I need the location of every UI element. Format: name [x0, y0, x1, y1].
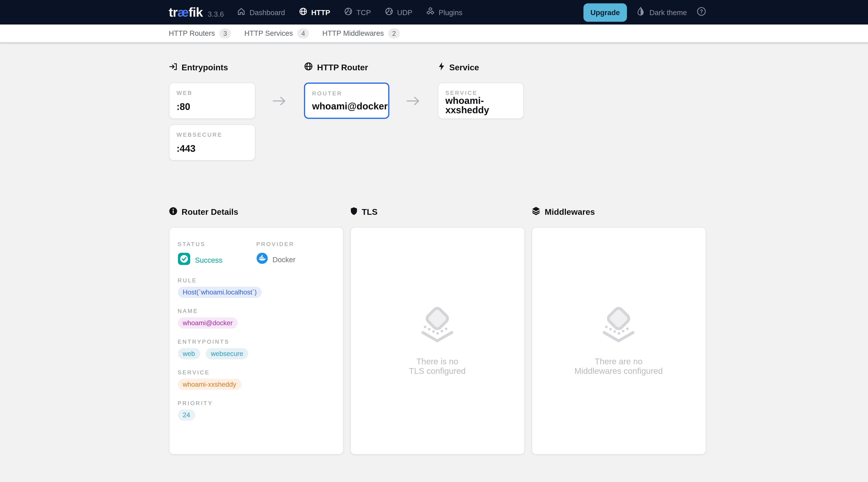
field-name: NAME whoami@docker: [178, 308, 334, 329]
nav-item-udp[interactable]: UDP: [385, 7, 412, 18]
navbar: træfik 3.3.6 Dashboard HTTP: [0, 0, 868, 25]
entrypoint-card-web: WEB :80: [169, 83, 255, 119]
tab-label: HTTP Routers: [169, 29, 215, 38]
field-rule: RULE Host(`whoami.localhost`): [178, 277, 334, 298]
flow-arrow-2: [389, 83, 438, 161]
empty-layers-icon: [597, 306, 640, 345]
traefik-dashboard: træfik 3.3.6 Dashboard HTTP: [0, 0, 868, 482]
card-value: :80: [177, 102, 247, 112]
globe-icon: [304, 62, 312, 72]
card-label: ROUTER: [312, 90, 381, 96]
theme-toggle[interactable]: Dark theme: [637, 7, 687, 18]
field-service: SERVICE whoami-xxsheddy: [178, 369, 334, 390]
entrypoint-cards: WEB :80 WEBSECURE :443: [169, 83, 255, 161]
middlewares-empty-text: There are no Middlewares configured: [575, 357, 663, 375]
priority-pill: 24: [178, 410, 195, 421]
version-label: 3.3.6: [208, 10, 224, 18]
tls-heading: TLS: [350, 206, 525, 217]
nav-item-label: TCP: [356, 8, 371, 17]
entrypoint-pill-websecure: websecure: [206, 348, 248, 359]
upgrade-button[interactable]: Upgrade: [583, 3, 627, 22]
tls-card: There is no TLS configured: [350, 227, 525, 455]
arrow-right-icon: [272, 96, 287, 106]
nav-item-dashboard[interactable]: Dashboard: [237, 7, 285, 18]
card-value: :443: [177, 144, 247, 153]
shield-icon: [350, 207, 357, 217]
tab-count-badge: 3: [219, 28, 231, 38]
entrypoint-card-websecure: WEBSECURE :443: [169, 124, 255, 160]
nav-item-tcp[interactable]: TCP: [344, 7, 371, 18]
login-arrow-icon: [169, 62, 177, 72]
nav-item-label: Plugins: [439, 8, 462, 17]
middlewares-heading: Middlewares: [531, 206, 706, 217]
provider-value: Docker: [273, 255, 296, 264]
navbar-right: Upgrade Dark theme ?: [583, 3, 706, 22]
flow-arrow-1: [255, 83, 304, 161]
success-check-icon: [178, 253, 190, 267]
service-card[interactable]: SERVICE whoami-xxsheddy: [438, 83, 524, 119]
tab-count-badge: 2: [389, 28, 400, 38]
http-router-heading: HTTP Router: [304, 62, 389, 72]
entrypoint-pill-web: web: [178, 348, 200, 359]
service-heading: Service: [438, 62, 524, 72]
tls-empty-text: There is no TLS configured: [409, 357, 466, 375]
tab-http-middlewares[interactable]: HTTP Middlewares 2: [322, 28, 400, 38]
router-details-card: STATUS Success PROVIDER: [169, 227, 343, 455]
question-mark-icon: ?: [696, 6, 706, 18]
router-card[interactable]: ROUTER whoami@docker: [304, 83, 389, 119]
field-priority: PRIORITY 24: [178, 400, 334, 421]
arrow-right-icon: [406, 96, 421, 106]
empty-layers-icon: [416, 306, 459, 345]
planet-icon: [385, 7, 393, 18]
field-status: STATUS Success: [178, 238, 256, 267]
home-icon: [237, 7, 246, 18]
svg-text:?: ?: [700, 8, 703, 14]
tab-label: HTTP Middlewares: [322, 29, 384, 38]
tab-label: HTTP Services: [244, 29, 293, 38]
traefik-logo[interactable]: træfik 3.3.6: [169, 6, 224, 19]
lightning-bolt-icon: [438, 62, 445, 72]
contrast-droplet-icon: [637, 7, 645, 18]
card-label: WEB: [177, 90, 247, 96]
nav-item-label: HTTP: [311, 8, 330, 17]
subnav: HTTP Routers 3 HTTP Services 4 HTTP Midd…: [0, 25, 868, 43]
docker-icon: [256, 253, 267, 266]
layers-icon: [531, 206, 540, 217]
main-content: Entrypoints HTTP Router Service: [0, 43, 868, 455]
logo-text: træfik: [169, 6, 203, 19]
globe-icon: [299, 7, 307, 18]
tab-http-routers[interactable]: HTTP Routers 3: [169, 28, 231, 38]
router-details-heading: Router Details: [169, 206, 343, 217]
planet-icon: [344, 7, 352, 18]
card-label: WEBSECURE: [177, 131, 247, 138]
tab-http-services[interactable]: HTTP Services 4: [244, 28, 309, 38]
name-pill: whoami@docker: [178, 318, 238, 329]
status-value: Success: [195, 256, 222, 264]
rule-pill: Host(`whoami.localhost`): [178, 287, 261, 298]
tab-count-badge: 4: [298, 28, 309, 38]
nav-item-plugins[interactable]: Plugins: [426, 7, 462, 18]
cubes-icon: [426, 7, 435, 18]
flow-section: Entrypoints HTTP Router Service: [169, 43, 706, 160]
card-label: SERVICE: [445, 90, 516, 96]
field-entrypoints: ENTRYPOINTS web websecure: [178, 339, 334, 359]
card-value: whoami-xxsheddy: [445, 96, 516, 115]
nav-item-label: Dashboard: [249, 8, 285, 17]
card-value: whoami@docker: [312, 101, 381, 111]
nav-item-http[interactable]: HTTP: [299, 7, 330, 18]
middlewares-card: There are no Middlewares configured: [531, 227, 706, 455]
nav-item-label: UDP: [397, 8, 412, 17]
info-icon: [169, 207, 177, 217]
service-pill: whoami-xxsheddy: [178, 379, 241, 390]
main-nav: Dashboard HTTP TCP: [237, 7, 462, 18]
entrypoints-heading: Entrypoints: [169, 62, 255, 72]
field-provider: PROVIDER Docker: [256, 238, 334, 267]
help-button[interactable]: ?: [696, 6, 706, 18]
details-section: Router Details TLS Middlewares: [169, 206, 706, 455]
theme-toggle-label: Dark theme: [649, 8, 687, 17]
